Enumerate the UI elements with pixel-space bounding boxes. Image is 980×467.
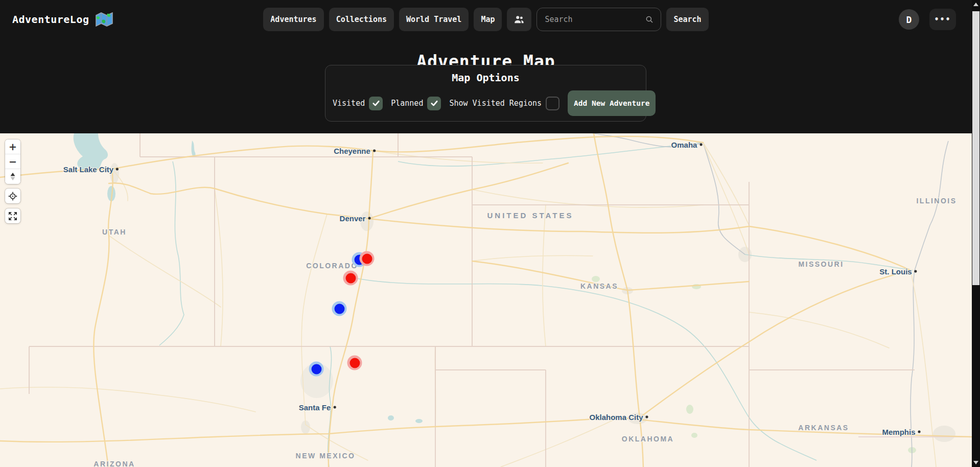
city-dot-icon xyxy=(646,416,648,418)
toggle-label: Show Visited Regions xyxy=(449,99,542,108)
add-new-adventure-button[interactable]: Add New Adventure xyxy=(568,90,656,116)
city-label-santa-fe: Santa Fe xyxy=(299,403,336,412)
adventure-marker-blue[interactable] xyxy=(309,362,324,377)
scrollbar-thumb[interactable] xyxy=(972,11,979,285)
nav-link-adventures[interactable]: Adventures xyxy=(263,8,323,31)
fullscreen-button[interactable] xyxy=(5,208,20,223)
marker-core xyxy=(349,358,360,368)
state-label-arkansas: ARKANSAS xyxy=(798,424,849,432)
main-nav: AdventuresCollectionsWorld TravelMap Sea… xyxy=(263,8,708,31)
checkbox-planned-checked[interactable] xyxy=(427,97,441,110)
city-name: St. Louis xyxy=(879,267,912,276)
state-label-colorado: COLORADO xyxy=(306,262,358,270)
city-dot-icon xyxy=(116,168,119,171)
map-options-row: VisitedPlannedShow Visited RegionsAdd Ne… xyxy=(325,90,646,116)
toggle-visited[interactable]: Visited xyxy=(333,97,383,110)
city-name: Denver xyxy=(340,214,366,223)
fullscreen-icon xyxy=(8,212,17,221)
search-button[interactable]: Search xyxy=(666,8,708,31)
city-dot-icon xyxy=(699,144,702,146)
city-name: Salt Lake City xyxy=(63,165,113,174)
nav-link-collections[interactable]: Collections xyxy=(329,8,394,31)
city-label-cheyenne: Cheyenne xyxy=(334,147,376,155)
city-dot-icon xyxy=(373,150,376,152)
marker-core xyxy=(311,364,321,374)
app-logo[interactable]: AdventureLog xyxy=(12,0,113,39)
state-label-oklahoma: OKLAHOMA xyxy=(622,435,674,443)
scrollbar-up-arrow-icon[interactable] xyxy=(973,3,978,6)
page-scrollbar[interactable] xyxy=(972,0,980,467)
marker-core xyxy=(334,303,344,314)
avatar[interactable]: D xyxy=(899,9,919,30)
adventure-marker-red[interactable] xyxy=(347,356,362,370)
navbar-right: D ••• xyxy=(899,0,956,39)
city-label-denver: Denver xyxy=(340,214,371,223)
marker-core xyxy=(345,273,356,283)
state-label-kansas: KANSAS xyxy=(580,282,618,290)
adventure-marker-red[interactable] xyxy=(360,251,375,266)
app-name: AdventureLog xyxy=(12,13,89,26)
checkbox-show-visited-regions-unchecked[interactable] xyxy=(546,97,559,110)
city-name: Oklahoma City xyxy=(589,413,643,422)
adventure-map[interactable]: UNITED STATESUTAHCOLORADOKANSASMISSOURII… xyxy=(0,133,972,467)
city-label-oklahoma-city: Oklahoma City xyxy=(589,413,648,422)
state-label-illinois: ILLINOIS xyxy=(916,197,956,205)
users-button[interactable] xyxy=(507,8,531,31)
city-name: Santa Fe xyxy=(299,403,331,412)
map-options-card: Map Options VisitedPlannedShow Visited R… xyxy=(325,65,646,122)
state-label-utah: UTAH xyxy=(102,228,127,236)
search-input[interactable] xyxy=(544,14,645,25)
users-icon xyxy=(514,14,525,25)
map-navigation-control: + − xyxy=(5,139,20,184)
state-label-new-mexico: NEW MEXICO xyxy=(296,452,356,460)
city-dot-icon xyxy=(333,406,336,409)
map-basemap xyxy=(0,133,972,467)
city-dot-icon xyxy=(918,431,921,433)
zoom-in-button[interactable]: + xyxy=(5,139,20,154)
city-label-omaha: Omaha xyxy=(671,141,703,149)
nav-links: AdventuresCollectionsWorld TravelMap xyxy=(263,8,502,31)
geolocate-icon xyxy=(8,192,17,201)
toggle-label: Planned xyxy=(391,99,423,108)
checkbox-visited-checked[interactable] xyxy=(369,97,383,110)
geolocate-button[interactable] xyxy=(5,189,20,203)
toggle-show-visited-regions[interactable]: Show Visited Regions xyxy=(449,97,559,110)
city-dot-icon xyxy=(368,217,370,220)
city-label-st-louis: St. Louis xyxy=(879,267,917,276)
more-menu-button[interactable]: ••• xyxy=(929,9,956,30)
state-label-arizona: ARIZONA xyxy=(94,460,135,467)
city-dot-icon xyxy=(915,270,917,273)
city-label-salt-lake-city: Salt Lake City xyxy=(63,165,119,174)
marker-core xyxy=(362,253,372,264)
top-navbar: AdventureLog AdventuresCollectionsWorld … xyxy=(0,0,972,39)
nav-link-map[interactable]: Map xyxy=(474,8,502,31)
city-name: Cheyenne xyxy=(334,147,370,155)
toggle-planned[interactable]: Planned xyxy=(391,97,441,110)
adventure-marker-red[interactable] xyxy=(343,271,358,286)
adventure-marker-blue[interactable] xyxy=(332,301,347,316)
toggle-label: Visited xyxy=(333,99,365,108)
city-label-memphis: Memphis xyxy=(882,428,920,436)
map-options-title: Map Options xyxy=(325,72,646,84)
city-name: Omaha xyxy=(671,141,697,149)
scrollbar-down-arrow-icon[interactable] xyxy=(973,461,978,464)
search-icon xyxy=(645,15,654,24)
zoom-out-button[interactable]: − xyxy=(5,154,20,169)
city-name: Memphis xyxy=(882,428,915,436)
search-box xyxy=(536,8,661,31)
compass-icon xyxy=(10,172,16,181)
nav-link-world-travel[interactable]: World Travel xyxy=(399,8,469,31)
compass-button[interactable] xyxy=(5,169,20,184)
map-logo-icon xyxy=(96,12,113,27)
state-label-missouri: MISSOURI xyxy=(798,260,844,268)
country-label: UNITED STATES xyxy=(487,211,574,220)
